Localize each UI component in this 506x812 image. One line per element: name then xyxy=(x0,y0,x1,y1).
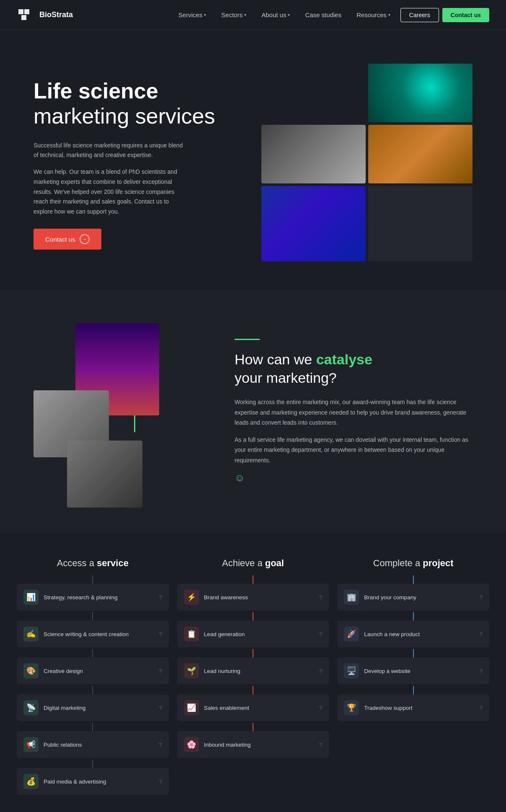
service-col-header-0: Access a service xyxy=(57,558,129,569)
service-item[interactable]: 🖥️Develop a website? xyxy=(337,657,489,684)
catalyse-para1: Working across the entire marketing mix,… xyxy=(235,397,472,428)
service-item-help-icon[interactable]: ? xyxy=(319,594,322,601)
service-item[interactable]: 📢Public relations? xyxy=(17,731,169,758)
service-item-help-icon[interactable]: ? xyxy=(319,742,322,748)
nav-sectors[interactable]: Sectors ▾ xyxy=(215,8,252,22)
nav-resources[interactable]: Resources ▾ xyxy=(351,8,396,22)
item-connector xyxy=(413,686,414,694)
service-item-icon: 📡 xyxy=(23,700,39,715)
hero-image-4 xyxy=(261,186,366,261)
item-connector xyxy=(92,760,93,768)
service-item[interactable]: 📊Strategy, research & planning? xyxy=(17,584,169,611)
service-item-label: Develop a website xyxy=(364,668,474,674)
service-item-icon: 🏢 xyxy=(344,590,359,605)
arrow-circle-icon: → xyxy=(80,234,90,244)
careers-button[interactable]: Careers xyxy=(400,8,439,22)
service-item[interactable]: 🎨Creative design? xyxy=(17,657,169,684)
nav-case-studies[interactable]: Case studies xyxy=(299,8,347,22)
hero-content: Life science marketing services Successf… xyxy=(34,79,245,250)
chevron-down-icon: ▾ xyxy=(388,13,390,17)
service-item[interactable]: 📋Lead generation? xyxy=(177,621,329,647)
hero-section: Life science marketing services Successf… xyxy=(0,30,506,290)
service-item-label: Sales enablement xyxy=(204,705,314,711)
service-item-label: Brand your company xyxy=(364,594,474,601)
hero-image-3 xyxy=(368,125,472,183)
service-item-icon: 📢 xyxy=(23,737,39,752)
catalyse-section: How can we catalyse your marketing? Work… xyxy=(0,290,506,533)
catalyse-heading: How can we catalyse your marketing? xyxy=(235,350,472,387)
service-item[interactable]: ⚡Brand awareness? xyxy=(177,584,329,611)
service-column-0: Access a service📊Strategy, research & pl… xyxy=(17,558,169,797)
service-item-label: Strategy, research & planning xyxy=(44,594,154,601)
service-item-label: Digital marketing xyxy=(44,705,154,711)
chevron-down-icon: ▾ xyxy=(244,13,246,17)
service-item-icon: 🚀 xyxy=(344,626,359,642)
service-item-label: Creative design xyxy=(44,668,154,674)
nav-about[interactable]: About us ▾ xyxy=(256,8,296,22)
service-item[interactable]: ✍️Science writing & content creation? xyxy=(17,621,169,647)
service-item-help-icon[interactable]: ? xyxy=(159,668,162,674)
item-connector xyxy=(253,649,253,657)
services-section: Access a service📊Strategy, research & pl… xyxy=(0,533,506,812)
service-item-icon: ✍️ xyxy=(23,626,39,642)
col-connector-top xyxy=(253,575,253,584)
item-connector xyxy=(92,686,93,694)
service-item-label: Inbound marketing xyxy=(204,742,314,748)
item-connector xyxy=(92,723,93,731)
service-item-help-icon[interactable]: ? xyxy=(480,594,483,601)
service-item-help-icon[interactable]: ? xyxy=(159,778,162,785)
services-grid: Access a service📊Strategy, research & pl… xyxy=(17,558,489,797)
item-connector xyxy=(92,649,93,657)
hero-image-2 xyxy=(261,125,366,183)
hero-para1: Successful life science marketing requir… xyxy=(34,141,184,161)
catalyse-image-3 xyxy=(67,441,142,508)
service-item-icon: 🌱 xyxy=(184,663,199,678)
service-item-help-icon[interactable]: ? xyxy=(319,631,322,637)
service-item-icon: 📋 xyxy=(184,626,199,642)
hero-image-5 xyxy=(368,186,472,261)
hero-heading: Life science marketing services xyxy=(34,79,245,129)
service-col-header-1: Achieve a goal xyxy=(222,558,284,569)
service-item[interactable]: 🏢Brand your company? xyxy=(337,584,489,611)
catalyse-content: How can we catalyse your marketing? Work… xyxy=(235,339,472,484)
service-item-help-icon[interactable]: ? xyxy=(159,742,162,748)
item-connector xyxy=(413,612,414,621)
service-item-label: Science writing & content creation xyxy=(44,631,154,637)
chevron-down-icon: ▾ xyxy=(288,13,290,17)
service-item[interactable]: 📈Sales enablement? xyxy=(177,694,329,721)
service-item[interactable]: 🌱Lead nurturing? xyxy=(177,657,329,684)
col-connector-top xyxy=(92,575,93,584)
catalyse-image-grid xyxy=(34,323,209,499)
hero-contact-button[interactable]: Contact us → xyxy=(34,229,101,250)
service-item[interactable]: 🏆Tradeshow support? xyxy=(337,694,489,721)
service-item-help-icon[interactable]: ? xyxy=(319,705,322,711)
service-item-help-icon[interactable]: ? xyxy=(159,594,162,601)
nav-services[interactable]: Services ▾ xyxy=(173,8,212,22)
service-item-help-icon[interactable]: ? xyxy=(480,631,483,637)
smiley-icon: ☺ xyxy=(235,472,472,484)
item-connector xyxy=(253,723,253,731)
service-item-icon: 🎨 xyxy=(23,663,39,678)
accent-line xyxy=(235,339,260,340)
service-item[interactable]: 🌸Inbound marketing? xyxy=(177,731,329,758)
service-item-label: Public relations xyxy=(44,742,154,748)
svg-rect-0 xyxy=(18,9,23,14)
contact-button[interactable]: Contact us xyxy=(442,8,489,22)
service-item-help-icon[interactable]: ? xyxy=(480,705,483,711)
service-item-label: Tradeshow support xyxy=(364,705,474,711)
service-item[interactable]: 📡Digital marketing? xyxy=(17,694,169,721)
service-item-help-icon[interactable]: ? xyxy=(319,668,322,674)
service-item-help-icon[interactable]: ? xyxy=(159,631,162,637)
service-item[interactable]: 🚀Launch a new product? xyxy=(337,621,489,647)
hero-image-1 xyxy=(368,64,472,122)
service-column-1: Achieve a goal⚡Brand awareness?📋Lead gen… xyxy=(177,558,329,797)
logo[interactable]: BioStrata xyxy=(17,8,73,23)
service-item-icon: 🏆 xyxy=(344,700,359,715)
service-item-icon: 🌸 xyxy=(184,737,199,752)
service-item-icon: 📊 xyxy=(23,590,39,605)
service-item[interactable]: 💰Paid media & advertising? xyxy=(17,768,169,795)
service-item-help-icon[interactable]: ? xyxy=(480,668,483,674)
item-connector xyxy=(413,649,414,657)
service-item-help-icon[interactable]: ? xyxy=(159,705,162,711)
connector-line xyxy=(134,415,135,432)
